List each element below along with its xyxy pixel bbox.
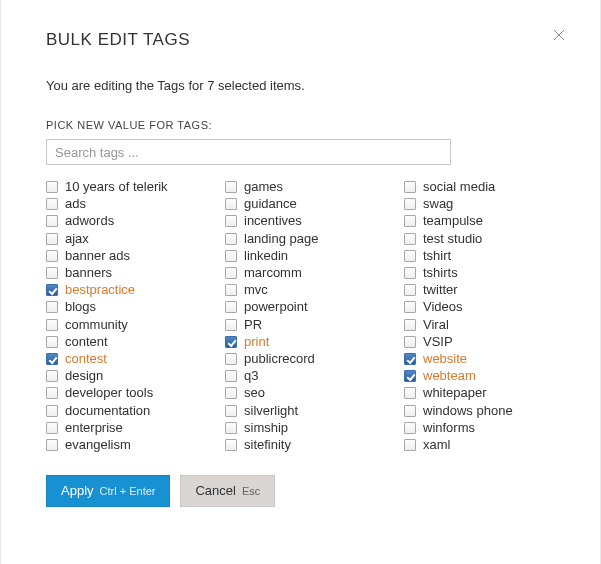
tag-label[interactable]: contest (65, 351, 107, 367)
tag-label[interactable]: developer tools (65, 385, 153, 401)
tag-label[interactable]: print (244, 334, 269, 350)
tag-label[interactable]: tshirt (423, 248, 451, 264)
tag-row[interactable]: marcomm (225, 265, 376, 281)
checkbox-icon[interactable] (404, 250, 416, 262)
tag-label[interactable]: publicrecord (244, 351, 315, 367)
tag-label[interactable]: evangelism (65, 437, 131, 453)
tag-label[interactable]: games (244, 179, 283, 195)
tag-row[interactable]: windows phone (404, 402, 555, 418)
tag-row[interactable]: simship (225, 420, 376, 436)
tag-row[interactable]: webteam (404, 368, 555, 384)
tag-label[interactable]: bestpractice (65, 282, 135, 298)
checkbox-icon[interactable] (225, 439, 237, 451)
tag-label[interactable]: windows phone (423, 403, 513, 419)
tag-label[interactable]: whitepaper (423, 385, 487, 401)
tag-label[interactable]: seo (244, 385, 265, 401)
tag-label[interactable]: winforms (423, 420, 475, 436)
checkbox-icon[interactable] (46, 233, 58, 245)
tag-row[interactable]: community (46, 317, 197, 333)
tag-row[interactable]: bestpractice (46, 282, 197, 298)
tag-label[interactable]: silverlight (244, 403, 298, 419)
tag-label[interactable]: teampulse (423, 213, 483, 229)
tag-row[interactable]: Videos (404, 299, 555, 315)
tag-label[interactable]: 10 years of telerik (65, 179, 168, 195)
tag-row[interactable]: social media (404, 179, 555, 195)
checkbox-icon[interactable] (225, 387, 237, 399)
tag-row[interactable]: powerpoint (225, 299, 376, 315)
checkbox-icon[interactable] (46, 181, 58, 193)
tag-row[interactable]: landing page (225, 231, 376, 247)
checkbox-icon[interactable] (404, 422, 416, 434)
tag-row[interactable]: sitefinity (225, 437, 376, 453)
tag-row[interactable]: twitter (404, 282, 555, 298)
tag-row[interactable]: winforms (404, 420, 555, 436)
tag-row[interactable]: blogs (46, 299, 197, 315)
tag-row[interactable]: incentives (225, 213, 376, 229)
tag-label[interactable]: design (65, 368, 103, 384)
tag-row[interactable]: 10 years of telerik (46, 179, 197, 195)
tag-row[interactable]: evangelism (46, 437, 197, 453)
tag-label[interactable]: incentives (244, 213, 302, 229)
checkbox-icon[interactable] (225, 422, 237, 434)
checkbox-icon[interactable] (225, 198, 237, 210)
cancel-button[interactable]: Cancel Esc (180, 475, 275, 507)
tag-row[interactable]: swag (404, 196, 555, 212)
checkbox-icon[interactable] (404, 198, 416, 210)
checkbox-icon[interactable] (225, 353, 237, 365)
checkbox-icon[interactable] (46, 301, 58, 313)
tag-label[interactable]: Videos (423, 299, 463, 315)
tag-row[interactable]: xaml (404, 437, 555, 453)
checkbox-icon[interactable] (225, 233, 237, 245)
checkbox-icon[interactable] (225, 181, 237, 193)
tag-label[interactable]: linkedin (244, 248, 288, 264)
checkbox-icon[interactable] (46, 319, 58, 331)
checkbox-icon[interactable] (404, 181, 416, 193)
tag-label[interactable]: test studio (423, 231, 482, 247)
checkbox-icon[interactable] (404, 370, 416, 382)
checkbox-icon[interactable] (46, 198, 58, 210)
checkbox-icon[interactable] (404, 439, 416, 451)
tag-row[interactable]: content (46, 334, 197, 350)
tag-label[interactable]: swag (423, 196, 453, 212)
checkbox-icon[interactable] (46, 387, 58, 399)
tag-row[interactable]: tshirt (404, 248, 555, 264)
tag-row[interactable]: website (404, 351, 555, 367)
tag-label[interactable]: sitefinity (244, 437, 291, 453)
checkbox-icon[interactable] (404, 319, 416, 331)
tag-label[interactable]: landing page (244, 231, 318, 247)
tag-label[interactable]: tshirts (423, 265, 458, 281)
tag-label[interactable]: banner ads (65, 248, 130, 264)
checkbox-icon[interactable] (225, 319, 237, 331)
checkbox-icon[interactable] (404, 301, 416, 313)
checkbox-icon[interactable] (404, 233, 416, 245)
tag-row[interactable]: VSIP (404, 334, 555, 350)
tag-label[interactable]: documentation (65, 403, 150, 419)
tag-label[interactable]: banners (65, 265, 112, 281)
tag-label[interactable]: community (65, 317, 128, 333)
tag-row[interactable]: enterprise (46, 420, 197, 436)
tag-row[interactable]: ads (46, 196, 197, 212)
checkbox-icon[interactable] (225, 370, 237, 382)
tag-row[interactable]: tshirts (404, 265, 555, 281)
checkbox-icon[interactable] (225, 336, 237, 348)
tag-label[interactable]: xaml (423, 437, 450, 453)
tag-label[interactable]: adwords (65, 213, 114, 229)
tag-label[interactable]: powerpoint (244, 299, 308, 315)
checkbox-icon[interactable] (404, 284, 416, 296)
checkbox-icon[interactable] (225, 405, 237, 417)
tag-row[interactable]: banner ads (46, 248, 197, 264)
checkbox-icon[interactable] (225, 267, 237, 279)
checkbox-icon[interactable] (46, 439, 58, 451)
checkbox-icon[interactable] (404, 405, 416, 417)
checkbox-icon[interactable] (46, 215, 58, 227)
tag-label[interactable]: ajax (65, 231, 89, 247)
checkbox-icon[interactable] (404, 387, 416, 399)
tag-row[interactable]: contest (46, 351, 197, 367)
close-icon[interactable] (552, 28, 568, 44)
tag-label[interactable]: content (65, 334, 108, 350)
tag-label[interactable]: q3 (244, 368, 258, 384)
tag-label[interactable]: webteam (423, 368, 476, 384)
checkbox-icon[interactable] (404, 353, 416, 365)
tag-row[interactable]: linkedin (225, 248, 376, 264)
tag-label[interactable]: social media (423, 179, 495, 195)
